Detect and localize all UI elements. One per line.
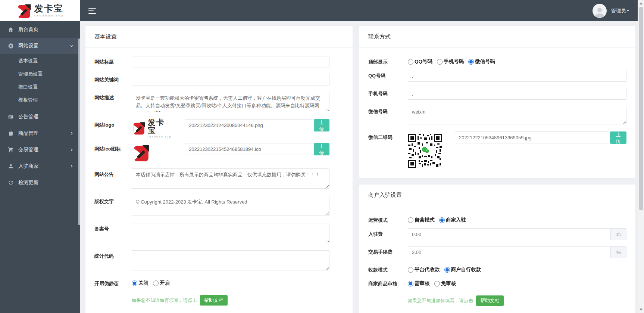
brand-name: 发卡宝 [148, 118, 172, 134]
sidebar-item-announcement[interactable]: 公告管理 [0, 109, 80, 125]
radio-label: 手机号码 [444, 58, 464, 65]
commission-input[interactable] [408, 246, 610, 258]
bag-icon [8, 130, 14, 136]
wechat-qr-label: 微信二维码 [368, 131, 408, 170]
rewrite-label: 开启伪静态 [94, 278, 132, 287]
radio-label: 自营模式 [415, 217, 435, 223]
chevron-down-icon [70, 44, 74, 48]
collect-platform-radio[interactable]: 平台代收款 [408, 266, 440, 273]
phone-input[interactable] [408, 88, 626, 100]
mode-self-radio[interactable]: 自营模式 [408, 217, 435, 223]
radio-label: 开启 [160, 280, 170, 286]
sidebar-subitem-basic-settings[interactable]: 基本设置 [0, 54, 80, 67]
sidebar-item-site-settings[interactable]: 网站设置 [0, 38, 80, 54]
sidebar-item-products[interactable]: 商品管理 [0, 125, 80, 142]
mode-merchant-radio[interactable]: 商家入驻 [439, 217, 466, 223]
help-doc-button[interactable]: 帮助文档 [476, 295, 504, 306]
avatar[interactable] [593, 4, 607, 18]
copyright-label: 版权文字 [94, 196, 132, 217]
site-logo-upload-button[interactable]: 上传 [314, 119, 329, 131]
announcement-icon [8, 114, 14, 120]
sidebar-subitem-template-manage[interactable]: 模板管理 [0, 93, 80, 106]
wechat-qr-upload-button[interactable]: 上传 [610, 131, 626, 144]
qq-input[interactable] [408, 70, 626, 82]
sidebar-subitem-api-settings[interactable]: 接口设置 [0, 80, 80, 93]
user-silhouette-icon [593, 5, 606, 18]
site-logo-label: 网站logo [94, 119, 132, 137]
sidebar-item-merchants[interactable]: 入驻商家 [0, 158, 80, 174]
help-text: 如果您不知道如何填写，请点击 [408, 298, 473, 304]
top-display-qq-radio[interactable]: QQ号码 [408, 58, 432, 65]
site-ico-file-input[interactable] [185, 143, 313, 155]
merchant-settings-card: 商户入驻设置 运营模式 自营模式 商家入驻 [359, 185, 635, 313]
scrollbar-down-arrow[interactable] [640, 309, 643, 311]
sidebar-item-label: 公告管理 [18, 114, 38, 120]
site-desc-textarea[interactable]: 发卡宝是一套功能强大的卡密寄售系统，无需人工值守，客户在线购买即可自动完成交易。… [132, 92, 329, 112]
sidebar-item-label: 交易管理 [18, 146, 38, 153]
sidebar-item-label: 网站设置 [18, 43, 38, 49]
sidebar-toggle-icon[interactable] [88, 8, 97, 14]
site-title-label: 网站标题 [94, 56, 132, 68]
audit-required-radio[interactable]: 需审核 [408, 280, 430, 287]
site-ico-preview [132, 143, 151, 162]
sidebar-item-trades[interactable]: 交易管理 [0, 142, 80, 158]
commission-label: 交易手续费 [368, 246, 408, 258]
sidebar-item-dashboard[interactable]: 后台首页 [0, 21, 80, 38]
wechat-label: 微信号码 [368, 106, 408, 125]
top-display-phone-radio[interactable]: 手机号码 [437, 58, 464, 65]
site-keywords-input[interactable] [132, 74, 329, 86]
radio-label: 需审核 [415, 280, 430, 287]
wechat-qr-file-input[interactable] [455, 131, 609, 143]
scrollbar-up-arrow[interactable] [640, 2, 643, 4]
basic-settings-title: 基本设置 [85, 26, 353, 48]
merchant-settings-title: 商户入驻设置 [359, 185, 635, 206]
basic-settings-card: 基本设置 网站标题 网站关键词 网站描述 发卡宝是一套功能强大的卡密寄售系统，无… [85, 26, 353, 313]
sidebar-subitem-label: 管理员设置 [18, 71, 43, 77]
user-menu[interactable]: 管理员 [611, 7, 629, 14]
phone-label: 手机号码 [368, 88, 408, 100]
commission-unit: % [610, 246, 626, 258]
brand-domain: fakabao.top [34, 14, 64, 17]
top-display-wechat-radio[interactable]: 微信号码 [468, 58, 495, 65]
contact-title: 联系方式 [359, 26, 635, 48]
site-desc-label: 网站描述 [94, 92, 132, 113]
site-keywords-label: 网站关键词 [94, 74, 132, 86]
brand-logo-icon [132, 121, 146, 136]
scrollbar-thumb[interactable] [639, 7, 643, 210]
wechat-icon [421, 146, 430, 155]
brand-logo[interactable]: 发卡宝 fakabao.top [0, 0, 80, 21]
site-logo-file-input[interactable] [185, 119, 313, 131]
entry-fee-input[interactable] [408, 228, 610, 240]
sidebar-subitem-label: 基本设置 [18, 58, 38, 64]
mode-label: 运营模式 [368, 214, 408, 224]
radio-label: 关闭 [138, 280, 149, 286]
entry-fee-unit: 元 [610, 228, 626, 240]
rewrite-off-radio[interactable]: 关闭 [132, 280, 149, 286]
site-title-input[interactable] [132, 56, 329, 68]
sidebar-item-check-update[interactable]: 检测更新 [0, 174, 80, 191]
chevron-right-icon [70, 148, 74, 152]
rewrite-on-radio[interactable]: 开启 [153, 280, 170, 286]
copyright-textarea[interactable]: © Copyright 2022-2023 发卡宝. All Rights Re… [132, 196, 329, 216]
sidebar-subitem-label: 模板管理 [18, 97, 38, 103]
top-display-label: 顶部显示 [368, 56, 408, 65]
wechat-textarea[interactable]: weixin [408, 106, 626, 124]
chevron-down-icon [626, 10, 629, 12]
sidebar-subitem-admin-settings[interactable]: 管理员设置 [0, 67, 80, 80]
icp-textarea[interactable] [132, 223, 329, 243]
collect-self-radio[interactable]: 商户自行收款 [444, 266, 481, 273]
brand-name: 发卡宝 [34, 4, 64, 13]
help-doc-button[interactable]: 帮助文档 [200, 295, 228, 306]
update-icon [8, 180, 14, 186]
cart-icon [8, 147, 14, 153]
audit-free-radio[interactable]: 免审核 [434, 280, 456, 287]
stats-code-textarea[interactable] [132, 250, 329, 270]
site-ico-upload-button[interactable]: 上传 [314, 143, 329, 155]
site-notice-textarea[interactable]: 本店铺为演示店铺，所有展示的商品均非真实商品，仅供填充数据用，请勿购买！！！ [132, 168, 329, 189]
site-ico-label: 网站ico图标 [94, 143, 132, 162]
radio-label: QQ号码 [415, 58, 432, 65]
page-scrollbar[interactable] [638, 0, 644, 313]
stats-code-label: 统计代码 [94, 250, 132, 272]
sidebar-scrollbar-thumb[interactable] [78, 38, 80, 225]
radio-label: 商户自行收款 [451, 266, 481, 273]
